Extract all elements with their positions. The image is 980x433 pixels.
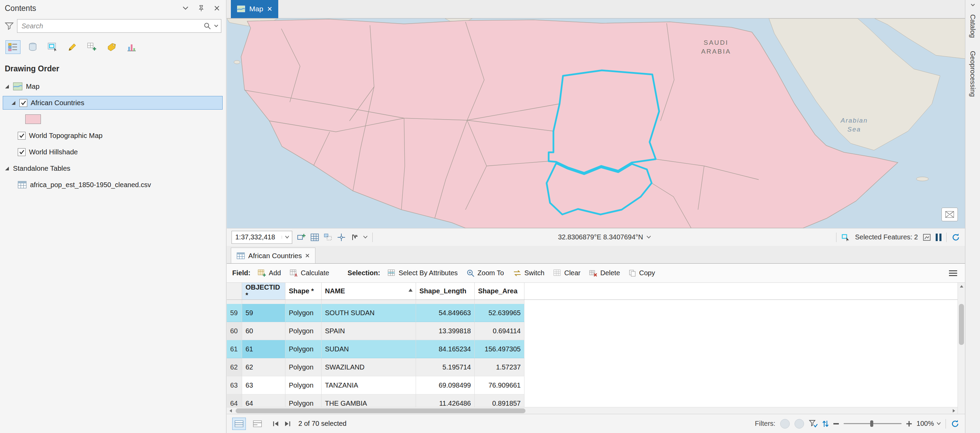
name-cell[interactable]: TANZANIA [321, 376, 416, 395]
search-input[interactable] [17, 19, 221, 33]
north-arrow-icon[interactable] [350, 233, 358, 241]
name-cell[interactable]: SUDAN [321, 340, 416, 358]
tree-item-world-hillshade[interactable]: World Hillshade [3, 144, 226, 160]
filter-funnel-icon[interactable] [809, 420, 818, 428]
scroll-left-icon[interactable] [227, 409, 234, 413]
row-number-cell[interactable]: 61 [227, 340, 242, 358]
map-coordinates[interactable]: 32.8306879°E 8.3407694°N [377, 233, 831, 241]
shape-cell[interactable]: Polygon [285, 304, 321, 322]
objectid-cell[interactable]: 60 [242, 322, 285, 340]
list-by-drawing-order-icon[interactable] [5, 40, 21, 54]
column-header-objectid[interactable]: OBJECTID * [242, 283, 285, 299]
shape-cell[interactable]: Polygon [285, 322, 321, 340]
open-table-icon[interactable] [311, 233, 319, 241]
zoom-slider-thumb[interactable] [870, 420, 873, 427]
close-icon[interactable] [305, 253, 310, 258]
scroll-right-icon[interactable] [950, 409, 958, 413]
vertical-scroll-thumb[interactable] [959, 304, 964, 345]
add-graphics-icon[interactable] [297, 233, 306, 241]
row-number-cell[interactable]: 63 [227, 376, 242, 395]
selection-tools-icon[interactable] [324, 233, 332, 241]
zoom-percent-dropdown[interactable]: 100% [916, 420, 941, 428]
shape-area-cell[interactable]: 156.497305 [475, 340, 525, 358]
table-row[interactable]: 61 61 Polygon SUDAN 84.165234 156.497305 [227, 340, 525, 358]
shape-cell[interactable]: Polygon [285, 376, 321, 395]
column-header-shape-length[interactable]: Shape_Length [416, 283, 475, 299]
objectid-cell[interactable]: 59 [242, 304, 285, 322]
select-by-attributes-button[interactable]: Select By Attributes [385, 267, 460, 279]
copy-button[interactable]: Copy [626, 267, 658, 279]
search-options-chevron-icon[interactable] [214, 24, 219, 28]
geoprocessing-pane-tab[interactable]: Geoprocessing [969, 45, 977, 102]
row-number-cell[interactable]: 59 [227, 304, 242, 322]
sync-selection-icon[interactable] [822, 420, 829, 428]
column-header-shape-area[interactable]: Shape_Area [475, 283, 525, 299]
column-header-shape[interactable]: Shape * [285, 283, 321, 299]
layer-checkbox[interactable] [19, 99, 27, 107]
refresh-icon[interactable] [951, 233, 960, 242]
shape-length-cell[interactable]: 69.098499 [416, 376, 475, 395]
scroll-up-icon[interactable] [959, 285, 964, 288]
calculate-field-button[interactable]: Calculate [287, 267, 332, 279]
horizontal-scroll-thumb[interactable] [235, 408, 525, 413]
search-icon[interactable] [204, 22, 211, 30]
close-icon[interactable] [212, 4, 221, 13]
expand-triangle-icon[interactable] [11, 101, 16, 105]
first-record-icon[interactable] [272, 421, 279, 427]
table-row[interactable]: 62 62 Polygon SWAZILAND 5.195714 1.57237 [227, 358, 525, 376]
shape-length-cell[interactable]: 54.849663 [416, 304, 475, 322]
clear-selection-button[interactable]: Clear [551, 267, 584, 279]
zoom-to-button[interactable]: Zoom To [464, 267, 506, 279]
expand-triangle-icon[interactable] [4, 166, 10, 171]
form-view-icon[interactable] [251, 418, 264, 430]
zoom-out-minus-icon[interactable] [834, 423, 839, 425]
shape-area-cell[interactable]: 52.639965 [475, 304, 525, 322]
shape-area-cell[interactable]: 76.909661 [475, 376, 525, 395]
snap-crosshair-icon[interactable] [337, 233, 345, 241]
chevron-down-icon[interactable] [646, 236, 651, 239]
switch-selection-button[interactable]: Switch [510, 267, 547, 279]
close-icon[interactable] [267, 6, 272, 11]
table-row[interactable]: 60 60 Polygon SPAIN 13.399818 0.694114 [227, 322, 525, 340]
chevron-down-icon[interactable] [282, 236, 292, 239]
shape-cell[interactable]: Polygon [285, 340, 321, 358]
list-by-labeling-icon[interactable] [104, 40, 119, 54]
add-field-button[interactable]: Add [255, 267, 284, 279]
map-scale-dropdown[interactable]: 1:37,332,418 [232, 231, 292, 244]
last-record-icon[interactable] [284, 421, 291, 427]
tree-item-world-topographic[interactable]: World Topographic Map [3, 127, 226, 144]
row-number-cell[interactable]: 60 [227, 322, 242, 340]
map-canvas[interactable]: SAUDI ARABIA Arabian Sea [227, 18, 965, 228]
shape-length-cell[interactable]: 84.165234 [416, 340, 475, 358]
name-cell[interactable]: SWAZILAND [321, 358, 416, 376]
table-view-icon[interactable] [232, 418, 246, 430]
refresh-icon[interactable] [951, 419, 959, 428]
pause-drawing-icon[interactable] [935, 233, 942, 241]
objectid-cell[interactable]: 61 [242, 340, 285, 358]
chevron-down-icon[interactable] [181, 4, 190, 13]
filter-icon[interactable] [5, 22, 14, 30]
overview-extent-button[interactable] [942, 208, 958, 221]
objectid-cell[interactable]: 62 [242, 358, 285, 376]
name-cell[interactable]: SOUTH SUDAN [321, 304, 416, 322]
layer-checkbox[interactable] [18, 148, 25, 156]
selection-options-icon[interactable] [923, 233, 931, 241]
chevron-down-icon[interactable] [363, 236, 368, 239]
delete-selected-button[interactable]: Delete [587, 267, 623, 279]
shape-cell[interactable]: Polygon [285, 358, 321, 376]
vertical-scrollbar[interactable] [958, 283, 965, 414]
list-by-snapping-icon[interactable] [84, 40, 100, 54]
tree-item-standalone-tables[interactable]: Standalone Tables [3, 160, 226, 177]
list-by-data-source-icon[interactable] [25, 40, 40, 54]
table-row[interactable]: 63 63 Polygon TANZANIA 69.098499 76.9096… [227, 376, 525, 395]
polygon-symbol-swatch[interactable] [25, 114, 41, 124]
table-menu-hamburger-icon[interactable] [949, 270, 959, 276]
expand-triangle-icon[interactable] [4, 84, 10, 89]
map-view-tab[interactable]: Map [231, 0, 278, 18]
catalog-pane-tab[interactable]: Catalog [969, 9, 977, 43]
list-by-editing-icon[interactable] [65, 40, 80, 54]
row-number-cell[interactable]: 62 [227, 358, 242, 376]
shape-area-cell[interactable]: 0.694114 [475, 322, 525, 340]
shape-length-cell[interactable]: 13.399818 [416, 322, 475, 340]
chevron-down-icon[interactable] [970, 3, 975, 7]
